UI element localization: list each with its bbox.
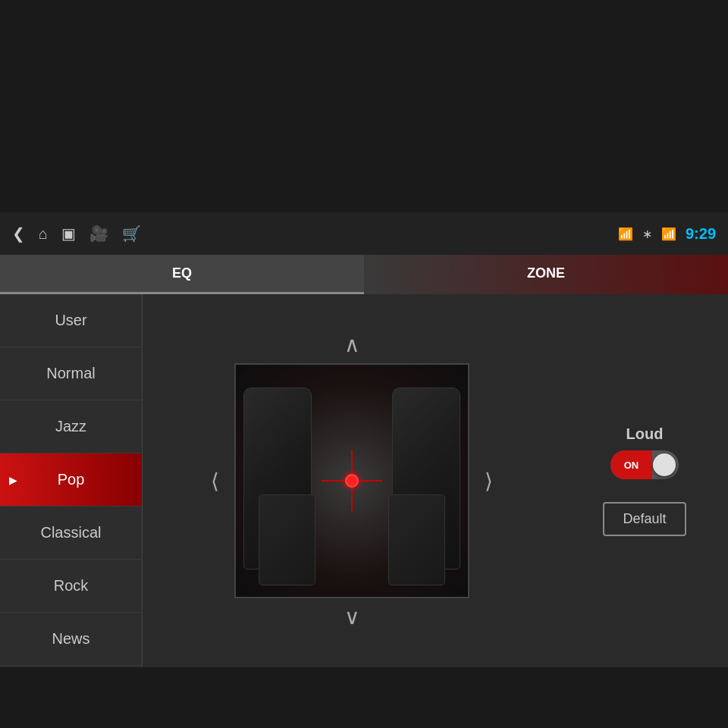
zone-image [234,363,469,598]
loud-section: Loud ON [610,425,679,479]
bluetooth-icon: ∗ [642,227,652,241]
sidebar-item-user[interactable]: User [0,294,142,347]
right-panel: Loud ON Default [561,294,728,667]
sidebar-item-normal[interactable]: Normal [0,347,142,400]
loud-label: Loud [626,425,664,443]
crosshair-dot [345,474,359,488]
time-display: 9:29 [686,225,716,243]
toggle-knob [653,453,676,476]
arrow-down-button[interactable]: ∨ [344,604,360,629]
seat-back-right [388,494,445,585]
default-button[interactable]: Default [603,502,686,536]
tab-zone[interactable]: ZONE [364,255,728,294]
windows-icon[interactable]: ▣ [61,224,76,243]
status-bar: ❮ ⌂ ▣ 🎥 🛒 📶 ∗ 📶 9:29 [0,212,728,255]
seat-back-left [259,494,315,585]
toggle-on-label: ON [610,450,652,479]
center-area: ∧ ⟨ [143,294,561,667]
arrow-up-button[interactable]: ∧ [344,332,360,357]
nav-icons: ❮ ⌂ ▣ 🎥 🛒 [12,224,603,243]
bag-icon[interactable]: 🛒 [122,224,141,243]
loud-toggle[interactable]: ON [610,450,679,479]
tab-eq[interactable]: EQ [0,255,364,294]
sidebar: User Normal Jazz Pop Classical Rock News [0,294,143,667]
arrow-right-button[interactable]: ⟩ [477,461,500,501]
sidebar-item-rock[interactable]: Rock [0,560,142,613]
camera-icon[interactable]: 🎥 [89,224,108,243]
home-icon[interactable]: ⌂ [39,225,48,243]
zone-crosshair [322,450,382,511]
app-frame: ❮ ⌂ ▣ 🎥 🛒 📶 ∗ 📶 9:29 EQ ZONE User Normal… [0,212,728,667]
cast-icon: 📶 [618,227,633,241]
wifi-icon: 📶 [661,227,676,241]
tab-bar: EQ ZONE [0,255,728,294]
zone-image-row: ⟨ ⟩ [203,363,500,598]
arrow-left-button[interactable]: ⟨ [203,461,227,501]
main-content: User Normal Jazz Pop Classical Rock News… [0,294,728,667]
sidebar-item-classical[interactable]: Classical [0,507,142,560]
sidebar-item-news[interactable]: News [0,613,142,666]
status-right: 📶 ∗ 📶 9:29 [618,225,716,243]
car-interior-visual [236,365,468,597]
sidebar-item-jazz[interactable]: Jazz [0,400,142,453]
sidebar-item-pop[interactable]: Pop [0,453,142,507]
back-icon[interactable]: ❮ [12,224,25,243]
